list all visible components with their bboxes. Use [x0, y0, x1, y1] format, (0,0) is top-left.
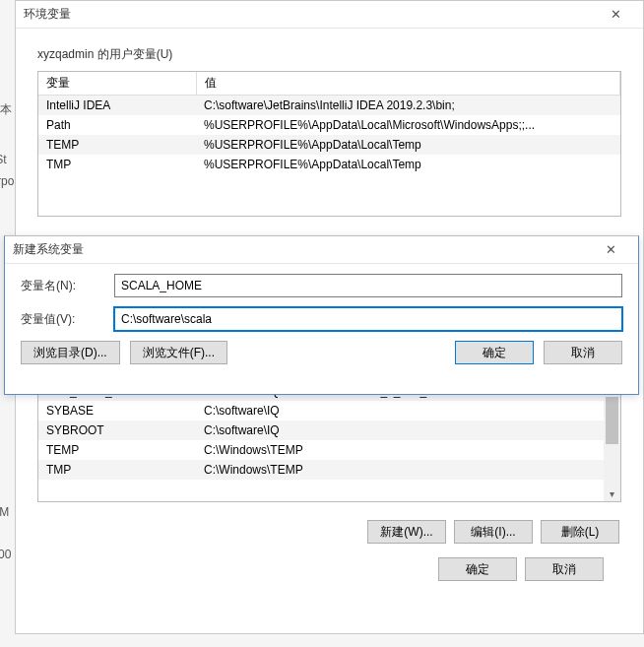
table-row[interactable]: TMP%USERPROFILE%\AppData\Local\Temp	[38, 155, 620, 174]
delete-sys-var-button[interactable]: 删除(L)	[541, 520, 619, 544]
user-vars-label: xyzqadmin 的用户变量(U)	[37, 46, 621, 63]
env-dialog-title: 环境变量	[24, 6, 596, 23]
var-value-input[interactable]	[114, 307, 622, 331]
table-row[interactable]: TEMP%USERPROFILE%\AppData\Local\Temp	[38, 135, 620, 155]
table-row[interactable]: IntelliJ IDEAC:\software\JetBrains\Intel…	[38, 96, 620, 116]
new-var-titlebar: 新建系统变量 ✕	[5, 236, 638, 264]
var-value-label: 变量值(V):	[21, 311, 114, 328]
env-ok-button[interactable]: 确定	[438, 557, 517, 581]
env-cancel-button[interactable]: 取消	[525, 557, 604, 581]
user-vars-table[interactable]: 变量 值 IntelliJ IDEAC:\software\JetBrains\…	[37, 71, 621, 217]
close-icon[interactable]: ✕	[591, 242, 630, 257]
col-header-variable[interactable]: 变量	[38, 72, 196, 96]
new-var-ok-button[interactable]: 确定	[455, 341, 534, 364]
browse-file-button[interactable]: 浏览文件(F)...	[130, 341, 227, 364]
var-name-input[interactable]	[114, 274, 622, 297]
scroll-down-icon[interactable]: ▾	[604, 488, 620, 499]
scrollbar-thumb[interactable]	[606, 397, 618, 444]
browse-directory-button[interactable]: 浏览目录(D)...	[21, 341, 120, 364]
table-row[interactable]: TEMPC:\Windows\TEMP	[38, 440, 620, 460]
edit-sys-var-button[interactable]: 编辑(I)...	[454, 520, 533, 544]
var-name-label: 变量名(N):	[21, 278, 114, 294]
new-sys-var-button[interactable]: 新建(W)...	[367, 520, 446, 544]
new-var-title: 新建系统变量	[13, 241, 591, 258]
table-row[interactable]: TMPC:\Windows\TEMP	[38, 460, 620, 480]
env-dialog-titlebar: 环境变量 ✕	[16, 1, 643, 29]
new-var-cancel-button[interactable]: 取消	[544, 341, 622, 364]
close-icon[interactable]: ✕	[596, 7, 635, 22]
table-row[interactable]: SYBROOTC:\software\IQ	[38, 421, 620, 440]
table-row[interactable]: SYBASEC:\software\IQ	[38, 401, 620, 421]
col-header-value[interactable]: 值	[196, 72, 620, 96]
table-row[interactable]: Path%USERPROFILE%\AppData\Local\Microsof…	[38, 115, 620, 135]
new-system-variable-dialog: 新建系统变量 ✕ 变量名(N): 变量值(V): 浏览目录(D)... 浏览文件…	[4, 235, 639, 395]
